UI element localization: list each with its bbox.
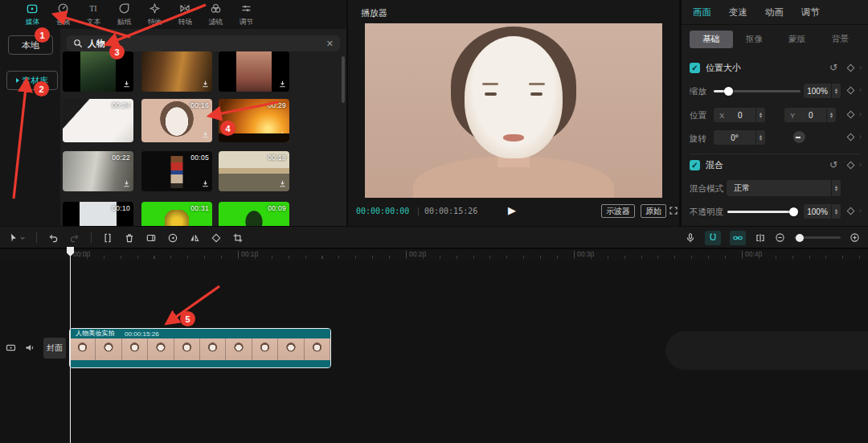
cover-button[interactable]: 封面 xyxy=(43,338,66,359)
record-mic-icon[interactable] xyxy=(685,232,696,244)
zoom-in-icon[interactable] xyxy=(850,232,860,243)
freeze-frame-icon[interactable] xyxy=(145,232,157,244)
subtab-cutout[interactable]: 抠像 xyxy=(733,31,776,48)
blend-reset-icon[interactable]: ↺ xyxy=(829,159,837,170)
rotate-value-box[interactable]: 0° ▲▼ xyxy=(714,130,765,145)
position-x-box[interactable]: X 0 ▲▼ xyxy=(714,108,765,122)
timeline-zoom-slider[interactable] xyxy=(794,236,841,239)
rotate-keyframe-icon[interactable] xyxy=(847,133,855,142)
original-button[interactable]: 原始 xyxy=(641,204,666,218)
delete-icon[interactable] xyxy=(124,232,135,244)
toolbar-tab-effects[interactable]: 特效 xyxy=(139,2,170,27)
opacity-keyframe-icon[interactable] xyxy=(847,207,855,215)
thumbnail-warm-portrait[interactable] xyxy=(219,51,289,92)
crop-icon[interactable] xyxy=(232,232,244,244)
thumbnail-green-screen-character[interactable]: 00:09 xyxy=(219,202,289,226)
video-preview[interactable] xyxy=(365,23,662,198)
video-clip[interactable]: 人物美妆实拍 00:00:15:26 xyxy=(69,328,331,368)
media-scrollbar[interactable] xyxy=(342,56,345,103)
stepper-icon[interactable]: ▲▼ xyxy=(755,108,765,122)
download-icon[interactable] xyxy=(278,179,287,190)
toolbar-tab-sticker[interactable]: 贴纸 xyxy=(108,2,139,27)
select-tool-icon[interactable] xyxy=(8,232,26,244)
tab-animation[interactable]: 动画 xyxy=(765,6,784,18)
position-y-box[interactable]: Y 0 ▲▼ xyxy=(784,108,836,122)
scale-slider[interactable] xyxy=(714,90,800,92)
thumbnail-beauty-face[interactable]: 00:16 xyxy=(141,99,212,142)
thumbnail-bridge-sunset[interactable] xyxy=(141,51,212,92)
inspector-tabs: 画面 变速 动画 调节 xyxy=(693,0,820,24)
preview-axis-icon[interactable] xyxy=(755,232,766,244)
download-icon[interactable] xyxy=(122,80,131,90)
blend-mode-select[interactable]: 正常 ▲▼ xyxy=(727,180,841,196)
mute-track-icon[interactable] xyxy=(24,342,36,355)
thumbnail-lake-dusk[interactable]: 00:18 xyxy=(219,151,289,191)
scope-button[interactable]: 示波器 xyxy=(601,204,635,218)
thumbnail-forest-portrait[interactable] xyxy=(63,51,133,92)
magnet-snap-icon[interactable] xyxy=(705,231,721,245)
tab-picture[interactable]: 画面 xyxy=(693,6,711,18)
rotate-icon[interactable] xyxy=(211,232,222,244)
keyframe-icon[interactable] xyxy=(847,64,855,72)
download-icon[interactable] xyxy=(201,130,210,141)
timeline-ruler[interactable]: 00:0000:1000:2000:3000:40 xyxy=(0,249,868,260)
chevron-right-icon: › xyxy=(859,86,862,94)
link-clips-icon[interactable] xyxy=(730,231,746,245)
stepper-icon[interactable]: ▲▼ xyxy=(826,108,836,122)
adjust-icon xyxy=(240,2,252,15)
thumbnail-cartoon-figure[interactable]: 00:05 xyxy=(141,151,212,191)
fullscreen-icon[interactable] xyxy=(669,206,678,217)
thumbnail-mask-closeup[interactable]: 00:24 xyxy=(63,99,133,142)
reset-icon[interactable]: ↺ xyxy=(829,62,837,73)
toolbar-tab-media[interactable]: 媒体 xyxy=(17,2,47,27)
zoom-out-icon[interactable] xyxy=(775,232,785,243)
thumbnail-green-screen-robot[interactable]: 00:31 xyxy=(141,202,212,226)
stepper-icon[interactable]: ▲▼ xyxy=(831,180,841,196)
download-icon[interactable] xyxy=(201,179,210,190)
download-icon[interactable] xyxy=(201,80,210,90)
play-icon[interactable]: ▶ xyxy=(508,204,516,216)
blend-checkbox[interactable]: ✓ xyxy=(690,160,700,170)
stepper-icon[interactable]: ▲▼ xyxy=(831,204,841,219)
download-icon[interactable] xyxy=(122,130,131,141)
scale-keyframe-icon[interactable] xyxy=(847,87,855,95)
sidebar-item-library[interactable]: 素材库 xyxy=(6,71,58,90)
download-icon[interactable] xyxy=(278,130,287,141)
redo-icon[interactable] xyxy=(69,232,80,244)
position-keyframe-icon[interactable] xyxy=(847,111,855,119)
position-size-checkbox[interactable]: ✓ xyxy=(690,63,700,73)
total-time: 00:00:15:26 xyxy=(424,207,477,215)
toolbar-tab-text[interactable]: TI文本 xyxy=(78,2,108,27)
opacity-slider[interactable] xyxy=(727,211,798,213)
download-icon[interactable] xyxy=(122,179,131,190)
subtab-background[interactable]: 背景 xyxy=(819,31,862,48)
subtab-mask[interactable]: 蒙版 xyxy=(776,31,819,48)
rotate-knob[interactable] xyxy=(793,131,805,143)
reverse-icon[interactable] xyxy=(167,232,178,244)
subtab-basic[interactable]: 基础 xyxy=(690,31,733,48)
toolbar-tab-filter[interactable]: 滤镜 xyxy=(200,2,231,27)
toolbar-tab-adjust[interactable]: 调节 xyxy=(231,2,261,27)
toolbar-tab-audio[interactable]: 音频 xyxy=(47,2,78,27)
stepper-icon[interactable]: ▲▼ xyxy=(755,130,765,145)
toolbar-tab-transition[interactable]: 转场 xyxy=(170,2,200,27)
stepper-icon[interactable]: ▲▼ xyxy=(831,84,841,98)
filmstrip-frame xyxy=(252,338,278,360)
thumbnail-room-person[interactable]: 00:10 xyxy=(63,202,133,226)
undo-icon[interactable] xyxy=(47,232,59,244)
clip-filmstrip xyxy=(70,338,330,360)
main-track-icon[interactable] xyxy=(5,342,17,355)
tab-adjust[interactable]: 调节 xyxy=(801,6,820,18)
close-icon[interactable]: ✕ xyxy=(326,39,334,48)
playhead[interactable] xyxy=(70,248,71,443)
blend-keyframe-icon[interactable] xyxy=(847,162,855,170)
playhead-handle[interactable] xyxy=(66,246,75,259)
search-input[interactable]: 人物 ✕ xyxy=(67,35,340,51)
mirror-icon[interactable] xyxy=(189,232,200,244)
download-icon[interactable] xyxy=(278,80,287,90)
scale-value-box[interactable]: 100% ▲▼ xyxy=(804,84,841,98)
thumbnail-blurry-indoor[interactable]: 00:22 xyxy=(63,151,133,191)
split-icon[interactable] xyxy=(102,232,113,244)
tab-speed[interactable]: 变速 xyxy=(729,6,747,18)
opacity-value-box[interactable]: 100% ▲▼ xyxy=(804,204,841,219)
